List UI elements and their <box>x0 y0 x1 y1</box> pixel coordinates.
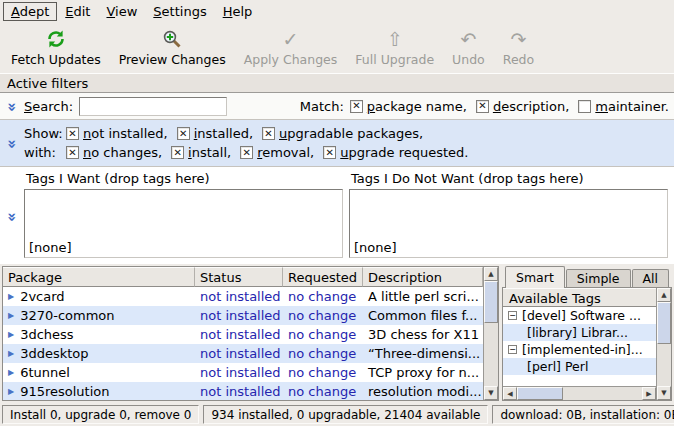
redo-icon: ↷ <box>511 27 527 51</box>
with-removal-label: removal, <box>257 145 314 160</box>
search-input[interactable] <box>79 97 227 116</box>
table-row[interactable]: ▶6tunnel not installed no change TCP pro… <box>3 363 483 382</box>
package-name: 2vcard <box>20 289 64 304</box>
status-sizes: download: 0B, installation: 0B <box>492 405 674 424</box>
check-mark-icon: ✕ <box>264 129 272 139</box>
show-upgradable-checkbox[interactable]: ✕ <box>262 127 275 140</box>
status-package-counts: 934 installed, 0 upgradable, 21404 avail… <box>203 405 488 424</box>
tag-panel: Smart Simple All Available Tags − [devel… <box>502 266 672 401</box>
with-install-checkbox[interactable]: ✕ <box>171 146 184 159</box>
with-upgrade-requested-label: upgrade requested. <box>340 145 468 160</box>
scroll-up-icon[interactable]: ▲ <box>657 288 671 302</box>
collapse-chevron-icon[interactable]: » <box>3 102 21 110</box>
table-row[interactable]: ▶915resolution not installed no change r… <box>3 382 483 400</box>
menu-help[interactable]: Help <box>215 2 261 21</box>
tags-filter-row: » Tags I Want (drop tags here) [none] Ta… <box>0 167 674 264</box>
column-header-description[interactable]: Description <box>363 267 483 287</box>
scrollbar-track[interactable] <box>657 344 671 386</box>
apply-changes-icon: ✓ <box>283 27 299 51</box>
row-expander-icon[interactable]: ▶ <box>8 349 14 358</box>
check-mark-icon: ✕ <box>326 148 334 158</box>
scrollbar-thumb[interactable] <box>657 302 671 344</box>
tags-not-want-label: Tags I Do Not Want (drop tags here) <box>349 170 668 189</box>
with-removal-checkbox[interactable]: ✕ <box>240 146 253 159</box>
collapse-minus-icon[interactable]: − <box>508 345 517 354</box>
show-installed-checkbox[interactable]: ✕ <box>177 127 190 140</box>
fetch-updates-button[interactable]: Fetch Updates <box>2 24 110 70</box>
full-upgrade-button: ⇧ Full Upgrade <box>346 24 443 70</box>
collapse-minus-icon[interactable]: − <box>508 311 517 320</box>
scroll-down-icon[interactable]: ▼ <box>657 386 671 400</box>
package-requested: no change <box>283 365 363 380</box>
with-no-changes-checkbox[interactable]: ✕ <box>66 146 79 159</box>
match-options: Match: ✕ package name, ✕ description, ✕ … <box>300 99 669 114</box>
tags-want-dropzone[interactable]: [none] <box>24 189 343 258</box>
tags-want-label: Tags I Want (drop tags here) <box>24 170 343 189</box>
tags-not-want-dropzone[interactable]: [none] <box>349 189 668 258</box>
package-description: 3D chess for X11 <box>363 327 483 342</box>
available-tags-header[interactable]: Available Tags <box>503 288 656 307</box>
table-row[interactable]: ▶2vcard not installed no change A little… <box>3 287 483 306</box>
collapse-chevron-icon[interactable]: » <box>3 139 21 147</box>
row-expander-icon[interactable]: ▶ <box>8 292 14 301</box>
tag-tree-item[interactable]: [library] Librar... <box>503 324 656 341</box>
search-filter-gutter: » <box>0 97 24 115</box>
column-header-package[interactable]: Package <box>3 267 195 287</box>
scrollbar-thumb[interactable] <box>517 387 563 400</box>
menu-view[interactable]: View <box>98 2 145 21</box>
scrollbar-track[interactable] <box>563 387 642 400</box>
table-row[interactable]: ▶3dchess not installed no change 3D ches… <box>3 325 483 344</box>
package-requested: no change <box>283 327 363 342</box>
scrollbar-thumb[interactable] <box>484 281 498 323</box>
tags-want-value: [none] <box>29 240 72 255</box>
collapse-chevron-icon[interactable]: » <box>3 212 21 220</box>
row-expander-icon[interactable]: ▶ <box>8 368 14 377</box>
tag-tree-horizontal-scrollbar[interactable]: ◀ ▶ <box>503 386 656 400</box>
check-mark-icon: ✕ <box>179 129 187 139</box>
tags-columns: Tags I Want (drop tags here) [none] Tags… <box>24 167 668 264</box>
row-expander-icon[interactable]: ▶ <box>8 311 14 320</box>
preview-changes-label: Preview Changes <box>119 52 226 67</box>
tab-smart[interactable]: Smart <box>505 266 565 288</box>
scroll-left-icon[interactable]: ◀ <box>503 387 517 400</box>
full-upgrade-icon: ⇧ <box>387 27 403 51</box>
check-mark-icon: ✕ <box>478 101 486 111</box>
tag-tree-scrollbar[interactable]: ▲ ▼ <box>656 288 671 400</box>
package-name: 3dchess <box>20 327 73 342</box>
tag-tree-item[interactable]: − [implemented-in]... <box>503 341 656 358</box>
table-row[interactable]: ▶3270-common not installed no change Com… <box>3 306 483 325</box>
undo-icon: ↶ <box>460 27 476 51</box>
match-maintainer-checkbox[interactable]: ✕ <box>578 100 591 113</box>
scroll-up-icon[interactable]: ▲ <box>484 267 498 281</box>
tag-tree-item[interactable]: − [devel] Software ... <box>503 307 656 324</box>
active-filters-header: Active filters <box>0 73 674 93</box>
table-row[interactable]: ▶3ddesktop not installed no change “Thre… <box>3 344 483 363</box>
package-description: “Three-dimensi... <box>363 346 483 361</box>
preview-changes-button[interactable]: Preview Changes <box>110 24 235 70</box>
menu-settings[interactable]: Settings <box>145 2 214 21</box>
column-header-requested[interactable]: Requested <box>283 267 363 287</box>
package-name: 6tunnel <box>20 365 70 380</box>
preview-changes-icon <box>161 27 183 51</box>
menu-adept[interactable]: Adept <box>3 2 57 21</box>
menu-edit[interactable]: Edit <box>57 2 98 21</box>
active-filters-label: Active filters <box>7 76 88 91</box>
with-label: with: <box>24 145 66 160</box>
match-package-name-checkbox[interactable]: ✕ <box>350 100 363 113</box>
column-header-status[interactable]: Status <box>195 267 283 287</box>
show-installed-label: installed, <box>194 126 253 141</box>
minus-glyph: − <box>509 312 516 320</box>
tab-all[interactable]: All <box>632 269 670 287</box>
tab-simple[interactable]: Simple <box>566 269 631 287</box>
package-list-scrollbar[interactable]: ▲ ▼ <box>483 267 498 400</box>
fetch-updates-label: Fetch Updates <box>11 52 101 67</box>
match-description-checkbox[interactable]: ✕ <box>476 100 489 113</box>
row-expander-icon[interactable]: ▶ <box>8 330 14 339</box>
scroll-down-icon[interactable]: ▼ <box>484 386 498 400</box>
tag-tree-item[interactable]: [perl] Perl <box>503 358 656 375</box>
scrollbar-track[interactable] <box>484 323 498 386</box>
with-upgrade-requested-checkbox[interactable]: ✕ <box>323 146 336 159</box>
row-expander-icon[interactable]: ▶ <box>8 387 14 396</box>
scroll-right-icon[interactable]: ▶ <box>642 387 656 400</box>
show-not-installed-checkbox[interactable]: ✕ <box>66 127 79 140</box>
